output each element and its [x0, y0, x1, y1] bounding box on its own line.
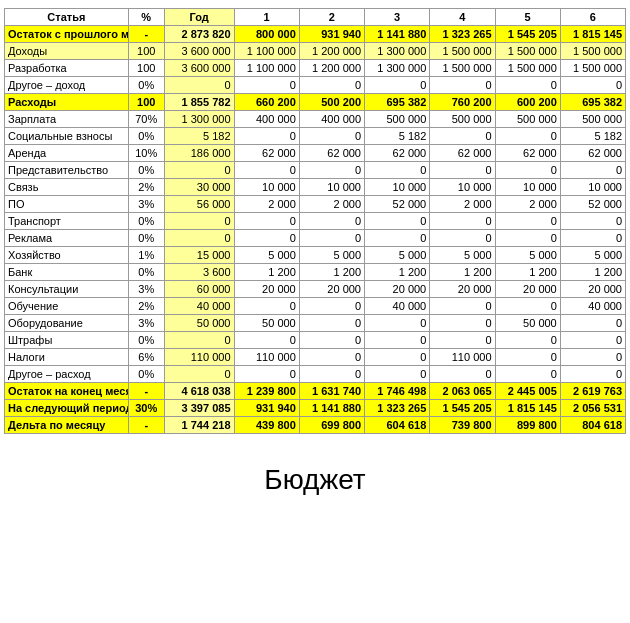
row-value: 0: [430, 315, 495, 332]
row-value: 1 200: [495, 264, 560, 281]
table-row: Штрафы0%0000000: [5, 332, 626, 349]
row-value: 10 000: [560, 179, 625, 196]
header-year: Год: [164, 9, 234, 26]
row-value: 500 200: [299, 94, 364, 111]
row-value: 2 873 820: [164, 26, 234, 43]
row-value: 1 545 205: [495, 26, 560, 43]
row-value: 1 200: [234, 264, 299, 281]
row-value: 0: [164, 332, 234, 349]
row-pct: 0%: [128, 77, 164, 94]
table-row: Аренда10%186 00062 00062 00062 00062 000…: [5, 145, 626, 162]
row-value: 0: [299, 128, 364, 145]
row-value: 0: [164, 366, 234, 383]
row-value: 2 056 531: [560, 400, 625, 417]
row-pct: 0%: [128, 264, 164, 281]
table-row: Обучение2%40 0000040 0000040 000: [5, 298, 626, 315]
row-value: 110 000: [234, 349, 299, 366]
row-value: 2 063 065: [430, 383, 495, 400]
row-value: 15 000: [164, 247, 234, 264]
row-label: Реклама: [5, 230, 129, 247]
row-value: 0: [430, 213, 495, 230]
row-value: 0: [299, 366, 364, 383]
row-label: ПО: [5, 196, 129, 213]
row-value: 0: [560, 230, 625, 247]
row-value: 30 000: [164, 179, 234, 196]
row-pct: 2%: [128, 179, 164, 196]
row-pct: -: [128, 383, 164, 400]
row-value: 0: [495, 298, 560, 315]
row-value: 0: [495, 349, 560, 366]
row-value: 2 000: [299, 196, 364, 213]
row-pct: 0%: [128, 366, 164, 383]
row-value: 0: [560, 366, 625, 383]
row-value: 10 000: [299, 179, 364, 196]
budget-table-container: Статья % Год 1 2 3 4 5 6 Остаток с прошл…: [0, 0, 630, 434]
row-value: 1 141 880: [365, 26, 430, 43]
row-value: 110 000: [430, 349, 495, 366]
row-value: 5 000: [560, 247, 625, 264]
table-row: Консультации3%60 00020 00020 00020 00020…: [5, 281, 626, 298]
row-value: 2 445 005: [495, 383, 560, 400]
row-value: 2 000: [430, 196, 495, 213]
row-value: 5 000: [430, 247, 495, 264]
row-value: 1 200: [299, 264, 364, 281]
table-row: Банк0%3 6001 2001 2001 2001 2001 2001 20…: [5, 264, 626, 281]
row-pct: 3%: [128, 315, 164, 332]
header-col4: 4: [430, 9, 495, 26]
row-value: 0: [560, 315, 625, 332]
row-value: 0: [430, 332, 495, 349]
row-value: 56 000: [164, 196, 234, 213]
row-label: Связь: [5, 179, 129, 196]
row-value: 2 619 763: [560, 383, 625, 400]
row-value: 0: [495, 230, 560, 247]
row-value: 400 000: [234, 111, 299, 128]
table-row: Связь2%30 00010 00010 00010 00010 00010 …: [5, 179, 626, 196]
row-value: 1 300 000: [365, 60, 430, 77]
row-label: Расходы: [5, 94, 129, 111]
row-label: Разработка: [5, 60, 129, 77]
row-value: 5 000: [299, 247, 364, 264]
row-label: Банк: [5, 264, 129, 281]
table-row: Расходы1001 855 782660 200500 200695 382…: [5, 94, 626, 111]
row-value: 0: [164, 77, 234, 94]
row-pct: 6%: [128, 349, 164, 366]
row-pct: 0%: [128, 128, 164, 145]
row-value: 1 500 000: [430, 43, 495, 60]
header-pct: %: [128, 9, 164, 26]
row-value: 20 000: [495, 281, 560, 298]
row-value: 1 239 800: [234, 383, 299, 400]
row-value: 0: [495, 162, 560, 179]
row-value: 1 323 265: [430, 26, 495, 43]
row-pct: -: [128, 417, 164, 434]
table-row: Хозяйство1%15 0005 0005 0005 0005 0005 0…: [5, 247, 626, 264]
page-title: Бюджет: [0, 464, 630, 516]
row-value: 0: [365, 162, 430, 179]
row-value: 1 500 000: [430, 60, 495, 77]
row-value: 1 815 145: [495, 400, 560, 417]
row-label: Остаток на конец месяца: [5, 383, 129, 400]
header-col2: 2: [299, 9, 364, 26]
row-value: 1 200: [560, 264, 625, 281]
row-value: 0: [365, 230, 430, 247]
row-value: 3 600 000: [164, 43, 234, 60]
row-value: 3 600 000: [164, 60, 234, 77]
row-label: Социальные взносы: [5, 128, 129, 145]
row-value: 1 500 000: [495, 60, 560, 77]
table-header-row: Статья % Год 1 2 3 4 5 6: [5, 9, 626, 26]
table-row: Доходы1003 600 0001 100 0001 200 0001 30…: [5, 43, 626, 60]
row-pct: 3%: [128, 196, 164, 213]
row-value: 62 000: [365, 145, 430, 162]
row-value: 52 000: [365, 196, 430, 213]
header-article: Статья: [5, 9, 129, 26]
row-value: 20 000: [430, 281, 495, 298]
row-value: 0: [164, 162, 234, 179]
row-value: 0: [299, 315, 364, 332]
table-row: Разработка1003 600 0001 100 0001 200 000…: [5, 60, 626, 77]
table-row: Реклама0%0000000: [5, 230, 626, 247]
row-value: 1 100 000: [234, 60, 299, 77]
table-row: Транспорт0%0000000: [5, 213, 626, 230]
row-pct: 1%: [128, 247, 164, 264]
row-value: 20 000: [234, 281, 299, 298]
row-value: 4 618 038: [164, 383, 234, 400]
table-row: Зарплата70%1 300 000400 000400 000500 00…: [5, 111, 626, 128]
